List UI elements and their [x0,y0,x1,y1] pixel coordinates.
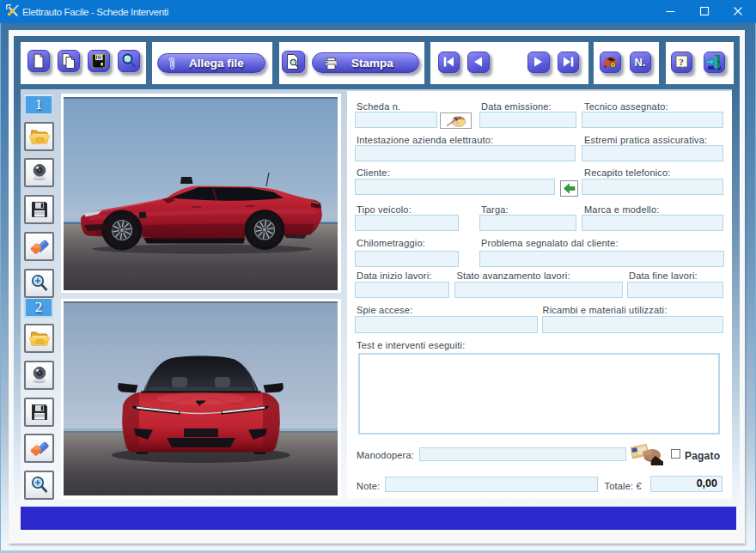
svg-text:?: ? [679,56,684,66]
